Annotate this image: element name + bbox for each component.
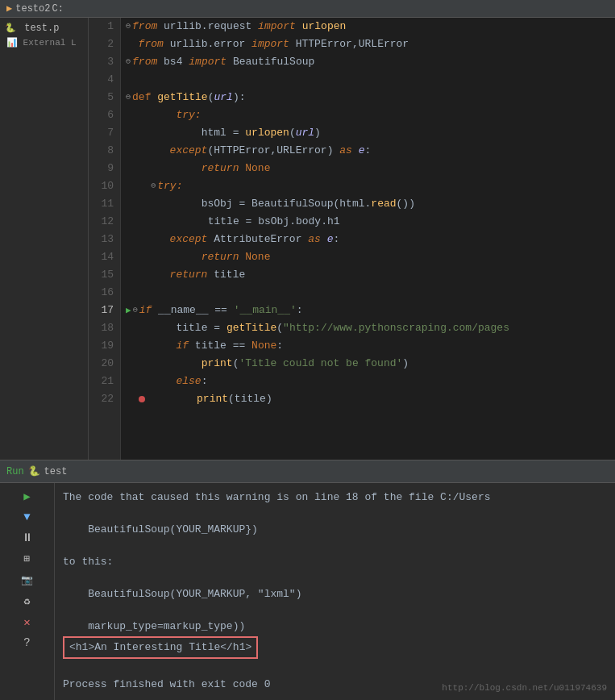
line-7: 7 bbox=[89, 124, 114, 142]
from-kw-3: from bbox=[132, 53, 157, 71]
code-line-1: ⊖ from urllib.request import urlopen bbox=[126, 18, 615, 35]
var-html: html bbox=[202, 124, 226, 142]
code-line-12: ⊖ title = bsObj.body.h1 bbox=[126, 213, 615, 231]
line-10: 10 bbox=[89, 177, 114, 195]
output-highlighted-result: <h1>An Interesting Title</h1> bbox=[63, 636, 258, 659]
code-line-6: try: bbox=[126, 106, 615, 124]
code-area[interactable]: ⊖ from urllib.request import urlopen fro… bbox=[121, 18, 615, 460]
code-line-10: ⊖ try: bbox=[126, 177, 615, 195]
external-libs-label: 📊 External L bbox=[6, 38, 77, 48]
line-20: 20 bbox=[89, 355, 114, 373]
project-name: testo2 bbox=[15, 3, 50, 15]
output-line-5: to this: bbox=[63, 554, 607, 570]
code-line-9: return None bbox=[126, 160, 615, 177]
sidebar-file-item[interactable]: 🐍 test.p bbox=[0, 21, 88, 35]
scroll-down-button[interactable]: ▼ bbox=[19, 509, 35, 525]
code-line-16 bbox=[126, 284, 615, 302]
code-line-7: html = urlopen(url) bbox=[126, 124, 615, 142]
param-url: url bbox=[214, 89, 232, 106]
line-22: 22 bbox=[89, 390, 114, 408]
help-button[interactable]: ? bbox=[19, 635, 35, 651]
output-line-8 bbox=[63, 602, 607, 619]
line-8: 8 bbox=[89, 142, 114, 160]
sidebar-external-item: 📊 External L bbox=[0, 35, 88, 49]
output-line-9: markup_type=markup_type)) bbox=[63, 619, 607, 635]
line-18: 18 bbox=[89, 319, 114, 337]
fn-gettitle: getTitle bbox=[157, 89, 207, 106]
run-arrow-icon: ▶ bbox=[126, 302, 131, 319]
from-kw-1: from bbox=[132, 18, 157, 35]
line-1: 1 bbox=[89, 18, 114, 35]
except-kw-1: except bbox=[170, 142, 208, 160]
code-line-2: from urllib.error import HTTPError,URLEr… bbox=[126, 35, 615, 53]
sidebar: 🐍 test.p 📊 External L bbox=[0, 18, 89, 460]
class-httperror: HTTPError bbox=[296, 35, 352, 53]
breakpoint-marker bbox=[139, 396, 145, 402]
try-kw-1: try: bbox=[176, 106, 201, 124]
output-line-3: BeautifulSoup(YOUR_MARKUP}) bbox=[63, 522, 607, 538]
output-line-2 bbox=[63, 506, 607, 522]
fold-icon-3[interactable]: ⊖ bbox=[126, 53, 131, 71]
def-kw: def bbox=[132, 89, 151, 106]
sidebar-filename: test.p bbox=[24, 23, 59, 34]
code-line-14: return None bbox=[126, 248, 615, 266]
code-line-22: print(title) bbox=[126, 390, 615, 408]
import-kw-3: import bbox=[189, 53, 226, 71]
run-output: The code that caused this warning is on … bbox=[55, 483, 615, 700]
module-1: urllib.request bbox=[164, 18, 251, 35]
output-line-11 bbox=[63, 660, 607, 677]
fn-urlopen-call: urlopen bbox=[245, 124, 289, 142]
grid-button[interactable]: ⊞ bbox=[19, 551, 35, 567]
top-bar: ▶ testo2 C: bbox=[0, 0, 615, 18]
line-16: 16 bbox=[89, 284, 114, 302]
line-numbers: 1 2 3 4 5 6 7 8 9 10 11 12 13 14 15 16 1… bbox=[89, 18, 121, 460]
line-5: 5 bbox=[89, 89, 114, 106]
run-sidebar: ▶ ▼ ⏸ ⊞ 📷 ♻ ✕ ? bbox=[0, 483, 55, 700]
fold-icon-5[interactable]: ⊖ bbox=[126, 89, 131, 106]
run-file-label: test bbox=[44, 466, 68, 477]
module-2: urllib.error bbox=[170, 35, 246, 53]
code-line-18: title = getTitle("http://www.pythonscrap… bbox=[126, 319, 615, 337]
recycle-button[interactable]: ♻ bbox=[19, 593, 35, 609]
run-label: Run bbox=[6, 466, 24, 477]
line-12: 12 bbox=[89, 213, 114, 231]
class-bs: BeautifulSoup bbox=[233, 53, 314, 71]
fn-urlopen: urlopen bbox=[302, 18, 347, 35]
code-line-5: ⊖ def getTitle(url): bbox=[126, 89, 615, 106]
line-9: 9 bbox=[89, 160, 114, 177]
output-line-7: BeautifulSoup(YOUR_MARKUP, "lxml") bbox=[63, 586, 607, 602]
line-15: 15 bbox=[89, 266, 114, 284]
code-line-15: return title bbox=[126, 266, 615, 284]
close-run-button[interactable]: ✕ bbox=[19, 614, 35, 630]
none-val-1: None bbox=[245, 160, 270, 177]
fold-icon-17[interactable]: ⊖ bbox=[133, 302, 138, 319]
output-line-6 bbox=[63, 570, 607, 586]
line-19: 19 bbox=[89, 337, 114, 355]
line-13: 13 bbox=[89, 231, 114, 248]
from-kw-2: from bbox=[139, 35, 164, 53]
camera-button[interactable]: 📷 bbox=[19, 572, 35, 588]
code-line-19: if title == None: bbox=[126, 337, 615, 355]
run-panel: Run 🐍 test ▶ ▼ ⏸ ⊞ 📷 ♻ ✕ ? The code that… bbox=[0, 460, 615, 700]
run-py-icon: 🐍 bbox=[28, 465, 40, 477]
try-kw-2: try: bbox=[157, 177, 182, 195]
play-button[interactable]: ▶ bbox=[19, 488, 35, 504]
drive-label: C: bbox=[52, 3, 63, 15]
code-line-11: bsObj = BeautifulSoup(html.read()) bbox=[126, 195, 615, 213]
line-21: 21 bbox=[89, 373, 114, 390]
code-line-8: except(HTTPError,URLError) as e: bbox=[126, 142, 615, 160]
fold-icon-10[interactable]: ⊖ bbox=[151, 177, 156, 195]
import-kw-1: import bbox=[258, 18, 296, 35]
code-line-4 bbox=[126, 71, 615, 89]
fold-icon-1[interactable]: ⊖ bbox=[126, 18, 131, 35]
code-line-3: ⊖ from bs4 import BeautifulSoup bbox=[126, 53, 615, 71]
pause-button[interactable]: ⏸ bbox=[19, 530, 35, 546]
line-6: 6 bbox=[89, 106, 114, 124]
output-line-1: The code that caused this warning is on … bbox=[63, 490, 607, 506]
module-bs4: bs4 bbox=[164, 53, 182, 71]
output-line-4 bbox=[63, 538, 607, 554]
class-urlerror: URLError bbox=[359, 35, 409, 53]
folder-icon: ▶ bbox=[6, 2, 12, 15]
python-file-icon: 🐍 bbox=[5, 23, 16, 33]
run-tab[interactable]: Run 🐍 test bbox=[6, 465, 67, 477]
